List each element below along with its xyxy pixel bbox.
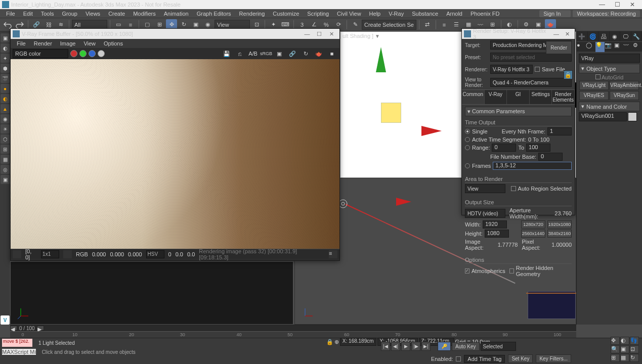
rs-viewto-dropdown[interactable]: Quad 4 - RenderCamera bbox=[490, 78, 572, 87]
coord-x-input[interactable]: X: 168.189cm bbox=[340, 338, 376, 346]
edit-selection-button[interactable]: ✎ bbox=[350, 19, 361, 30]
lt-btn-6[interactable]: ● bbox=[1, 84, 10, 93]
lt-btn-12[interactable]: ⊞ bbox=[1, 145, 10, 154]
cmd-sub-spacewarps[interactable]: 〰 bbox=[623, 42, 632, 52]
vfb-render-icon[interactable]: 🫖 bbox=[313, 49, 324, 58]
cmd-tab-create[interactable]: ➕ bbox=[577, 31, 588, 41]
nav-orbit-button[interactable]: ↻ bbox=[630, 354, 639, 362]
lt-btn-14[interactable]: ◎ bbox=[1, 165, 10, 174]
menu-scripting[interactable]: Scripting bbox=[303, 9, 333, 18]
vfb-red-channel-button[interactable] bbox=[70, 50, 77, 57]
time-prev-button[interactable]: ◀ bbox=[10, 326, 17, 331]
time-next-button[interactable]: ▶ bbox=[37, 326, 44, 331]
cmd-sub-systems[interactable]: ⚙ bbox=[633, 42, 642, 52]
menu-group[interactable]: Group bbox=[58, 9, 81, 18]
cmd-tab-display[interactable]: 🖵 bbox=[620, 31, 631, 41]
cmd-sub-shapes[interactable]: ◯ bbox=[586, 42, 595, 52]
vfb-hsv-field[interactable] bbox=[146, 250, 164, 258]
vfb-ab-icon[interactable]: A/B bbox=[247, 49, 259, 58]
cmd-sub-geometry[interactable]: ● bbox=[577, 42, 586, 52]
rs-area-dropdown[interactable]: View bbox=[465, 184, 505, 193]
rs-activeseg-radio[interactable] bbox=[465, 137, 470, 142]
vfb-scale-field[interactable] bbox=[41, 250, 59, 258]
vfb-close-button[interactable]: ✕ bbox=[325, 31, 337, 37]
rs-range-radio[interactable] bbox=[465, 145, 470, 150]
lt-btn-8[interactable]: ▲ bbox=[1, 104, 10, 113]
lt-btn-13[interactable]: ▦ bbox=[1, 155, 10, 164]
lt-btn-15[interactable]: ▣ bbox=[1, 175, 10, 184]
menu-create[interactable]: Create bbox=[104, 9, 129, 18]
scene-geom-building[interactable] bbox=[528, 291, 576, 319]
vfb-history-icon[interactable]: ⎌ bbox=[234, 49, 245, 58]
vfb-srgb-button[interactable]: sRGB bbox=[261, 49, 272, 58]
vfb-refresh-icon[interactable]: ↻ bbox=[300, 49, 311, 58]
time-slider[interactable]: ◀ 0 / 100 ▶ bbox=[10, 325, 576, 331]
vfb-picker-icon[interactable] bbox=[13, 250, 21, 258]
lt-btn-11[interactable]: ⬡ bbox=[1, 134, 10, 144]
btn-vraylight[interactable]: VRayLight bbox=[579, 81, 609, 90]
menu-rendering[interactable]: Rendering bbox=[235, 9, 269, 18]
cmd-sub-cameras[interactable]: 📷 bbox=[605, 42, 614, 52]
rs-lock-view-button[interactable]: 🔒 bbox=[564, 70, 573, 79]
maximize-button[interactable]: ☐ bbox=[610, 0, 625, 9]
menu-customize[interactable]: Customize bbox=[269, 9, 303, 18]
menu-vray[interactable]: V-Ray bbox=[384, 9, 408, 18]
goto-start-button[interactable]: |◀ bbox=[381, 342, 390, 351]
nav-max-button[interactable]: ▦ bbox=[620, 354, 629, 362]
rs-minimize-button[interactable]: — bbox=[550, 31, 562, 37]
lt-btn-1[interactable]: ▣ bbox=[1, 33, 10, 42]
nav-pan-button[interactable]: ✥ bbox=[611, 337, 620, 345]
minimize-button[interactable]: — bbox=[594, 0, 610, 9]
lt-btn-4[interactable]: ⬢ bbox=[1, 64, 10, 73]
workspaces-dropdown[interactable]: Workspaces: Recording bbox=[573, 10, 640, 17]
menu-edit[interactable]: Edit bbox=[19, 9, 37, 18]
keymode-dropdown[interactable]: Selected bbox=[481, 342, 516, 351]
signin-button[interactable]: Sign In bbox=[539, 10, 571, 17]
lt-btn-3[interactable]: ✦ bbox=[1, 54, 10, 63]
lt-btn-10[interactable]: ☀ bbox=[1, 124, 10, 133]
align-button[interactable]: ≡ bbox=[439, 19, 450, 30]
vfb-menu-view[interactable]: View bbox=[79, 40, 100, 47]
rs-everynth-input[interactable]: 1 bbox=[547, 127, 572, 135]
rs-filenum-input[interactable]: 0 bbox=[538, 153, 563, 161]
cmd-category-dropdown[interactable]: VRay bbox=[579, 54, 640, 63]
maxscript-listener[interactable]: move $ [262. bbox=[2, 339, 32, 347]
vfb-save-icon[interactable]: 💾 bbox=[221, 49, 232, 58]
rs-savefile-checkbox[interactable] bbox=[535, 67, 540, 72]
btn-vrayambient[interactable]: VRayAmbient... bbox=[610, 81, 639, 90]
menu-animation[interactable]: Animation bbox=[160, 9, 193, 18]
vfb-menu-options[interactable]: Options bbox=[100, 40, 127, 47]
rs-renderhidden-checkbox[interactable] bbox=[509, 268, 514, 274]
menu-modifiers[interactable]: Modifiers bbox=[129, 9, 160, 18]
btn-vraysun[interactable]: VRaySun bbox=[610, 91, 639, 100]
rs-height-input[interactable]: 1080 bbox=[485, 230, 509, 238]
menu-substance[interactable]: Substance bbox=[408, 9, 442, 18]
rs-tab-common[interactable]: Common bbox=[462, 90, 485, 104]
add-time-tag-button[interactable]: Add Time Tag bbox=[464, 355, 505, 363]
close-button[interactable]: ✕ bbox=[625, 0, 640, 9]
rs-render-button[interactable]: Render bbox=[546, 41, 572, 54]
rs-autoregion-checkbox[interactable] bbox=[511, 186, 516, 191]
lt-btn-2[interactable]: ◐ bbox=[1, 43, 10, 53]
cmd-tab-hierarchy[interactable]: 品 bbox=[598, 31, 610, 41]
object-name-input[interactable]: VRaySun001 bbox=[579, 112, 627, 121]
menu-help[interactable]: Help bbox=[365, 9, 385, 18]
name-color-rollout[interactable]: ▾ Name and Color bbox=[579, 102, 640, 111]
rs-frames-input[interactable]: 1,3,5-12 bbox=[493, 162, 572, 170]
nav-zoomext-button[interactable]: ⊞ bbox=[611, 354, 620, 362]
keyfilters-button[interactable]: Key Filters... bbox=[536, 354, 571, 363]
menu-views[interactable]: Views bbox=[81, 9, 104, 18]
layers-button[interactable]: ☰ bbox=[451, 19, 462, 30]
rs-common-params-rollout[interactable]: ▾ Common Parameters bbox=[465, 107, 572, 116]
vfb-minimize-button[interactable]: — bbox=[301, 31, 313, 37]
autokey-button[interactable]: Auto Key bbox=[452, 342, 480, 351]
rs-atmospherics-checkbox[interactable] bbox=[465, 268, 469, 274]
cmd-sub-helpers[interactable]: ▣ bbox=[614, 42, 623, 52]
menu-civilview[interactable]: Civil View bbox=[333, 9, 365, 18]
prev-frame-button[interactable]: ◀| bbox=[391, 342, 400, 351]
rs-outputpreset-dropdown[interactable]: HDTV (video) bbox=[465, 209, 505, 218]
rs-single-radio[interactable] bbox=[465, 129, 470, 134]
mirror-button[interactable]: ⇄ bbox=[422, 19, 433, 30]
cmd-tab-modify[interactable]: 🌀 bbox=[588, 31, 599, 41]
rs-width-input[interactable]: 1920 bbox=[483, 220, 507, 229]
